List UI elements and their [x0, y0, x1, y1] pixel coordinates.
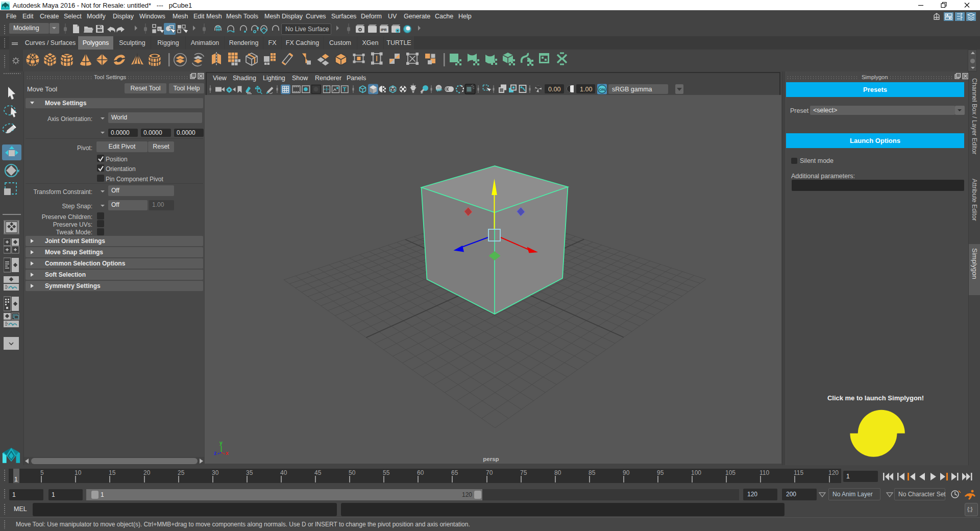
svg-text:0.00: 0.00: [548, 86, 560, 93]
svg-text:sRGB gamma: sRGB gamma: [612, 86, 652, 93]
svg-text:y: y: [219, 440, 223, 446]
svg-text:1.00: 1.00: [580, 86, 592, 93]
svg-text:T: T: [343, 86, 347, 92]
svg-text:persp: persp: [483, 456, 499, 462]
svg-text:z: z: [214, 450, 216, 456]
svg-text:x: x: [226, 450, 229, 456]
svg-text:IPR: IPR: [381, 28, 387, 32]
svg-text:ON: ON: [599, 87, 605, 92]
